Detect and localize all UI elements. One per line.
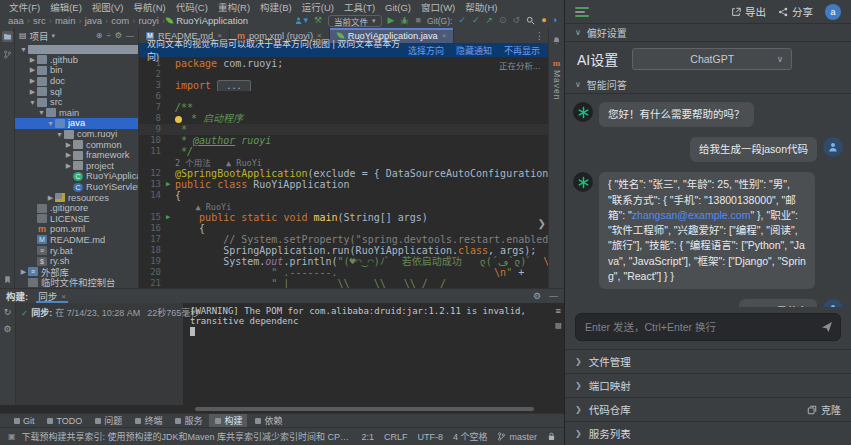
git-commit-button[interactable]: ✓ <box>472 16 480 25</box>
expand-right-chevron[interactable]: ❯ <box>538 218 546 229</box>
tree-chevron-icon[interactable]: ▶ <box>64 141 73 149</box>
run-gutter-icon[interactable]: ▶ <box>161 179 175 190</box>
tree-chevron-icon[interactable]: ▶ <box>46 194 55 202</box>
tree-item[interactable]: ≡ry.bat <box>15 245 138 256</box>
preferences-section-header[interactable]: ∨ 偏好设置 <box>565 24 851 42</box>
project-settings-icon[interactable]: ⚙ <box>115 31 122 40</box>
readonly-lock-icon[interactable] <box>547 432 556 441</box>
banner-link[interactable]: 选择方向 <box>408 44 444 57</box>
tree-chevron-icon[interactable]: ▶ <box>64 162 73 170</box>
section-服务列表[interactable]: ❯服务列表 <box>565 421 851 445</box>
tree-item[interactable]: ▼src <box>15 97 138 108</box>
tree-item[interactable]: ▶resources <box>15 192 138 203</box>
hide-panel-icon[interactable]: — <box>126 31 134 40</box>
banner-link[interactable]: 隐藏通知 <box>456 44 492 57</box>
tab-menu-icon[interactable]: ⋮ <box>535 30 544 41</box>
tree-item[interactable]: ▶project <box>15 161 138 172</box>
tree-item[interactable]: CRuoYiServletInitializer <box>15 182 138 193</box>
menu-item[interactable]: 工具(T) <box>339 2 380 13</box>
console-settings-icon[interactable]: ⚙ <box>533 291 541 301</box>
tree-chevron-icon[interactable]: ▼ <box>28 99 37 106</box>
status-event-icon[interactable]: ▣ <box>8 432 16 441</box>
chat-input[interactable] <box>575 313 841 341</box>
build-output-pane[interactable]: [WARNING] The POM for com.alibaba:druid:… <box>184 303 564 405</box>
toolwindow-问题[interactable]: 问题 <box>89 414 127 427</box>
code-editor[interactable]: 正在分析... 1package com.ruoyi;23import ... … <box>139 57 548 288</box>
menu-item[interactable]: 重构(R) <box>213 2 255 13</box>
breadcrumb-item[interactable]: java <box>83 15 104 26</box>
tree-item[interactable]: ▼java <box>15 118 138 129</box>
search-everywhere-icon[interactable] <box>526 16 535 25</box>
caret-position[interactable]: 2:1 <box>361 432 374 442</box>
build-icon[interactable]: ⚒ <box>314 16 322 25</box>
commit-tool-button[interactable] <box>2 49 13 60</box>
tree-chevron-icon[interactable]: ▼ <box>37 109 46 116</box>
collapse-all-icon[interactable]: ÷ <box>106 31 110 40</box>
export-button[interactable]: 导出 <box>731 4 766 19</box>
git-push-button[interactable]: ↗ <box>485 16 493 25</box>
tree-chevron-icon[interactable]: ▼ <box>46 120 55 127</box>
sync-status-row[interactable]: ✓ 同步: 在 7/14/23, 10:28 AM 22秒765毫秒 <box>21 306 178 319</box>
intention-bulb-icon[interactable] <box>175 116 182 123</box>
menu-item[interactable]: Git(G) <box>380 2 416 13</box>
breadcrumb-item[interactable]: aaa <box>6 15 26 26</box>
toolwindow-todo[interactable]: TODO <box>42 414 88 427</box>
rerun-icon[interactable]: ↻ <box>4 307 12 317</box>
tree-item[interactable]: ▶common <box>15 139 138 150</box>
stop-button[interactable]: ■ <box>415 16 420 25</box>
menu-icon[interactable] <box>575 7 589 17</box>
tree-item[interactable]: $ry.sh <box>15 256 138 267</box>
maven-tool-button[interactable]: m Maven <box>552 58 562 101</box>
run-gutter-icon[interactable]: ▶ <box>161 212 175 223</box>
notifications-bell-icon[interactable] <box>552 31 561 49</box>
account-avatar[interactable]: a <box>825 4 841 20</box>
horizontal-scrollbar[interactable] <box>0 405 564 413</box>
tree-item[interactable]: 临时文件和控制台 <box>15 277 138 288</box>
git-rollback-button[interactable]: ↺ <box>513 16 521 25</box>
tree-item[interactable]: ▶.github <box>15 55 138 66</box>
tree-item[interactable]: LICENSE <box>15 214 138 225</box>
chevron-down-icon[interactable]: ▾ <box>52 32 56 40</box>
qa-section-header[interactable]: ∨ 智能问答 <box>565 76 851 94</box>
menu-item[interactable]: 代码(C) <box>171 2 213 13</box>
tree-item[interactable]: .gitignore <box>15 203 138 214</box>
tree-item[interactable]: ▶doc <box>15 76 138 87</box>
project-panel-title[interactable]: 项目 <box>30 29 49 43</box>
menu-item[interactable]: 导航(N) <box>128 2 170 13</box>
close-icon[interactable]: × <box>442 31 447 40</box>
locate-file-icon[interactable]: ⊕ <box>96 31 103 40</box>
toolwindow-构建[interactable]: 构建 <box>209 414 247 427</box>
tree-item[interactable]: CRuoYiApplication <box>15 171 138 182</box>
model-select[interactable]: ChatGPT ∨ <box>632 48 792 70</box>
tree-item[interactable]: ▼com.ruoyi <box>15 129 138 140</box>
tree-chevron-icon[interactable]: ▶ <box>28 56 37 64</box>
banner-link[interactable]: 不再显示 <box>504 44 540 57</box>
tree-item[interactable]: ▶sql <box>15 86 138 97</box>
breadcrumb-item[interactable]: com <box>109 15 131 26</box>
git-update-button[interactable]: ✓ <box>458 16 466 25</box>
toolwindow-服务[interactable]: 服务 <box>169 414 207 427</box>
tree-item[interactable]: MREADME.md <box>15 235 138 246</box>
tree-chevron-icon[interactable]: ▶ <box>28 88 37 96</box>
clone-button[interactable]: 克隆 <box>807 402 841 417</box>
menu-item[interactable]: 文件(F) <box>4 2 45 13</box>
debug-button[interactable] <box>400 16 409 25</box>
menu-item[interactable]: 窗口(W) <box>416 2 460 13</box>
section-代码仓库[interactable]: ❯代码仓库克隆 <box>565 397 851 421</box>
ide-profile-icon[interactable]: ◗ <box>553 16 558 25</box>
project-tool-button[interactable] <box>2 31 13 42</box>
menu-item[interactable]: 运行(U) <box>297 2 339 13</box>
breadcrumb-class[interactable]: RuoYiApplication <box>166 15 248 26</box>
indent-setting[interactable]: 4 个空格 <box>453 430 488 443</box>
section-文件管理[interactable]: ❯文件管理 <box>565 349 851 373</box>
status-message[interactable]: 下载预构建共享索引: 使用预构建的JDK和Maven 库共享索引减少索引时间和 … <box>22 430 352 443</box>
close-icon[interactable]: × <box>61 292 66 301</box>
tree-chevron-icon[interactable]: ▶ <box>64 151 73 159</box>
git-branch-widget[interactable]: master <box>497 432 537 442</box>
scroll-to-end-icon[interactable]: ▤ <box>556 320 561 330</box>
file-encoding[interactable]: UTF-8 <box>417 432 443 442</box>
menu-item[interactable]: 视图(V) <box>87 2 129 13</box>
tree-chevron-icon[interactable]: ▶ <box>19 268 28 276</box>
console-minimize-icon[interactable]: — <box>549 291 558 301</box>
breadcrumb-item[interactable]: main <box>53 15 78 26</box>
